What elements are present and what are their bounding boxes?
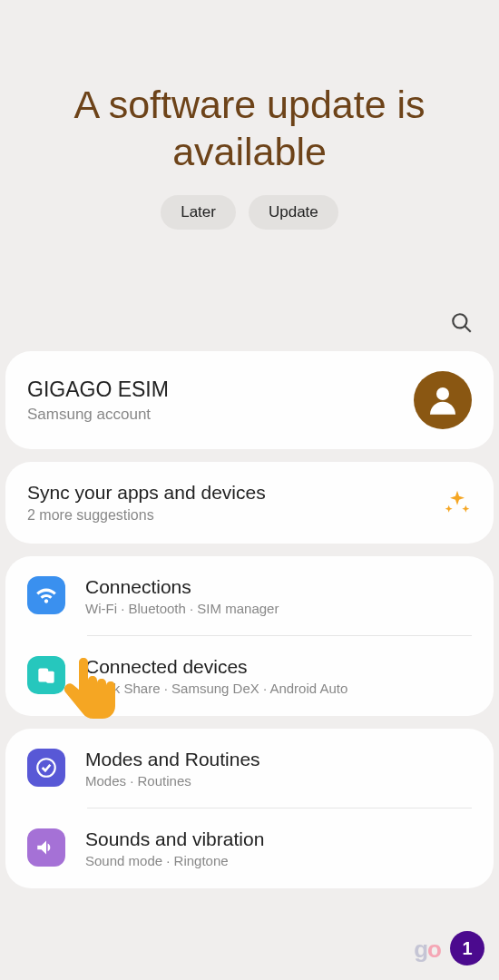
svg-rect-4 xyxy=(46,671,54,683)
settings-item-modes[interactable]: Modes and Routines Modes · Routines xyxy=(5,729,494,808)
update-button-row: Later Update xyxy=(18,195,481,230)
account-subtitle: Samsung account xyxy=(27,406,169,424)
svg-point-2 xyxy=(436,387,449,400)
settings-group-1: Connections Wi-Fi · Bluetooth · SIM mana… xyxy=(5,556,494,716)
update-banner: A software update is available Later Upd… xyxy=(0,0,499,266)
connected-devices-subtitle: Quick Share · Samsung DeX · Android Auto xyxy=(85,681,347,696)
settings-item-connected-devices[interactable]: Connected devices Quick Share · Samsung … xyxy=(5,636,494,716)
later-button[interactable]: Later xyxy=(161,195,236,230)
search-row xyxy=(0,266,499,351)
settings-item-connections[interactable]: Connections Wi-Fi · Bluetooth · SIM mana… xyxy=(5,556,494,636)
sync-subtitle: 2 more suggestions xyxy=(27,507,266,524)
svg-line-1 xyxy=(465,326,471,332)
connections-title: Connections xyxy=(85,576,279,598)
go-logo: go xyxy=(414,936,441,964)
avatar[interactable] xyxy=(414,371,472,429)
modes-title: Modes and Routines xyxy=(85,749,260,770)
connections-subtitle: Wi-Fi · Bluetooth · SIM manager xyxy=(85,601,279,616)
modes-subtitle: Modes · Routines xyxy=(85,773,260,789)
settings-group-2: Modes and Routines Modes · Routines Soun… xyxy=(5,729,494,888)
sync-title: Sync your apps and devices xyxy=(27,482,266,504)
modes-icon xyxy=(27,749,65,787)
sounds-subtitle: Sound mode · Ringtone xyxy=(85,853,264,868)
account-card[interactable]: GIGAGO ESIM Samsung account xyxy=(5,351,494,449)
svg-point-0 xyxy=(453,314,466,328)
devices-icon xyxy=(27,656,65,694)
update-title: A software update is available xyxy=(18,82,481,175)
person-icon xyxy=(424,381,462,419)
settings-item-sounds[interactable]: Sounds and vibration Sound mode · Ringto… xyxy=(5,808,494,888)
wifi-icon xyxy=(27,576,65,614)
sparkle-icon xyxy=(443,488,472,517)
step-badge: 1 xyxy=(450,931,484,965)
update-button[interactable]: Update xyxy=(249,195,338,230)
sound-icon xyxy=(27,828,65,867)
sounds-title: Sounds and vibration xyxy=(85,828,264,850)
account-name: GIGAGO ESIM xyxy=(27,377,169,402)
sync-suggestion-card[interactable]: Sync your apps and devices 2 more sugges… xyxy=(5,462,494,544)
connected-devices-title: Connected devices xyxy=(85,656,347,678)
search-icon[interactable] xyxy=(450,311,474,335)
